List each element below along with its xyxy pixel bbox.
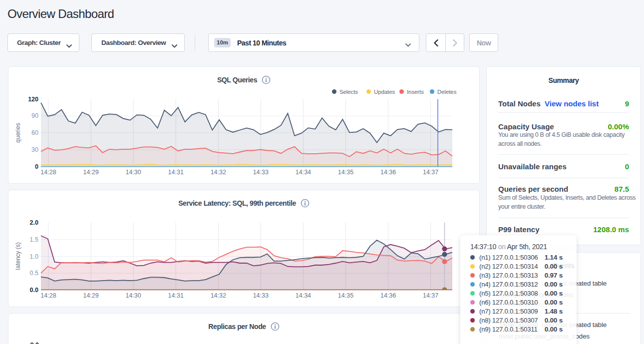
svg-text:14:31: 14:31 [168, 169, 184, 176]
svg-text:14:35: 14:35 [338, 169, 353, 176]
svg-text:0.5: 0.5 [30, 270, 38, 277]
svg-text:14:32: 14:32 [211, 292, 226, 299]
svg-text:14:29: 14:29 [83, 292, 98, 299]
svg-text:2.0: 2.0 [30, 219, 38, 226]
svg-text:0: 0 [35, 163, 38, 170]
svg-text:14:33: 14:33 [253, 169, 269, 176]
svg-text:14:31: 14:31 [168, 292, 184, 299]
svg-text:14:37: 14:37 [423, 292, 438, 299]
svg-text:120: 120 [28, 96, 38, 103]
svg-text:14:30: 14:30 [125, 169, 141, 176]
svg-text:14:37: 14:37 [423, 169, 438, 176]
svg-text:60: 60 [31, 129, 38, 136]
svg-text:latency (s): latency (s) [14, 242, 21, 270]
svg-text:1.0: 1.0 [30, 253, 38, 260]
svg-text:14:28: 14:28 [40, 169, 56, 176]
svg-text:queries: queries [14, 123, 21, 142]
svg-text:90: 90 [31, 112, 38, 119]
svg-text:14:30: 14:30 [125, 292, 141, 299]
svg-text:14:33: 14:33 [253, 292, 269, 299]
svg-text:14:29: 14:29 [83, 169, 98, 176]
svg-text:14:34: 14:34 [296, 169, 311, 176]
svg-text:1.5: 1.5 [30, 236, 38, 243]
svg-text:14:35: 14:35 [338, 292, 353, 299]
svg-text:0.0: 0.0 [30, 287, 38, 294]
svg-text:14:36: 14:36 [380, 169, 396, 176]
svg-text:14:32: 14:32 [211, 169, 226, 176]
svg-text:30: 30 [31, 146, 38, 153]
svg-text:14:34: 14:34 [296, 292, 311, 299]
svg-text:14:28: 14:28 [40, 292, 56, 299]
svg-text:14:36: 14:36 [380, 292, 396, 299]
